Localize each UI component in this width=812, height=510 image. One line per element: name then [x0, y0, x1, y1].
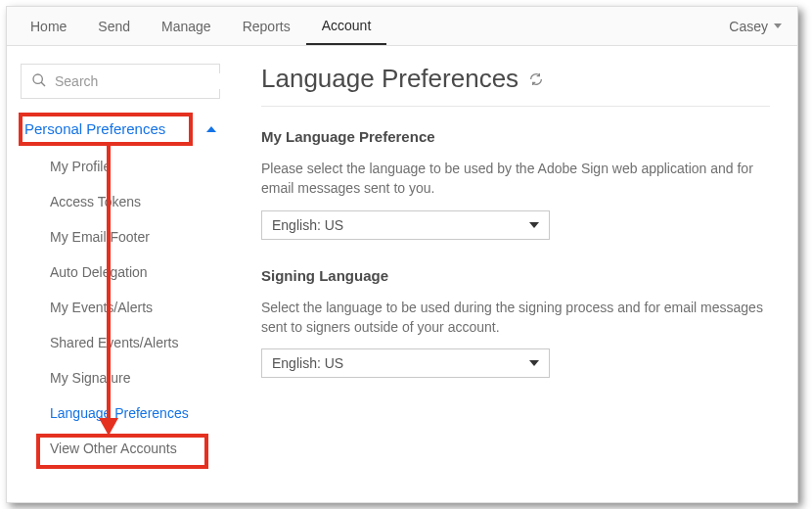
- sidebar-item-auto-delegation[interactable]: Auto Delegation: [15, 255, 226, 290]
- chevron-down-icon: [774, 23, 782, 28]
- page-title-row: Language Preferences: [261, 64, 770, 106]
- sidebar-item-label: My Email Footer: [50, 229, 150, 245]
- tab-manage[interactable]: Manage: [146, 7, 227, 45]
- tab-send[interactable]: Send: [82, 7, 146, 45]
- tab-label: Manage: [161, 19, 211, 34]
- sidebar-item-label: My Profile: [50, 159, 111, 174]
- section-heading: My Language Preference: [261, 128, 770, 145]
- chevron-down-icon: [529, 222, 539, 228]
- sidebar-item-shared-events-alerts[interactable]: Shared Events/Alerts: [15, 325, 226, 360]
- refresh-icon[interactable]: [528, 64, 544, 94]
- tab-label: Send: [98, 19, 130, 34]
- sidebar-item-access-tokens[interactable]: Access Tokens: [15, 184, 226, 219]
- section-signing-language: Signing Language Select the language to …: [261, 267, 770, 379]
- section-my-language-preference: My Language Preference Please select the…: [261, 128, 770, 240]
- svg-point-0: [33, 74, 42, 83]
- tab-reports[interactable]: Reports: [227, 7, 306, 45]
- sidebar-item-label: Access Tokens: [50, 194, 141, 209]
- tab-label: Account: [322, 18, 372, 33]
- sidebar-item-label: Language Preferences: [50, 405, 189, 421]
- app-window: Home Send Manage Reports Account Casey P…: [6, 6, 798, 503]
- user-menu[interactable]: Casey: [721, 19, 789, 34]
- sidebar: Personal Preferences My Profile Access T…: [7, 46, 234, 502]
- section-heading: Signing Language: [261, 267, 770, 284]
- sidebar-item-view-other-accounts[interactable]: View Other Accounts: [15, 431, 226, 466]
- my-language-select[interactable]: English: US: [261, 210, 550, 240]
- section-description: Select the language to be used during th…: [261, 298, 770, 338]
- chevron-down-icon: [529, 360, 539, 366]
- sidebar-item-my-signature[interactable]: My Signature: [15, 360, 226, 395]
- sidebar-section-personal-preferences[interactable]: Personal Preferences: [15, 115, 226, 143]
- tab-home[interactable]: Home: [15, 7, 82, 45]
- top-nav: Home Send Manage Reports Account Casey: [7, 7, 797, 46]
- sidebar-item-label: Auto Delegation: [50, 264, 148, 280]
- section-label: Personal Preferences: [24, 120, 165, 137]
- select-value: English: US: [272, 355, 343, 371]
- chevron-up-icon: [206, 126, 216, 132]
- tab-label: Home: [30, 19, 67, 34]
- tab-account[interactable]: Account: [306, 7, 387, 45]
- sidebar-item-label: My Events/Alerts: [50, 300, 153, 315]
- body: Personal Preferences My Profile Access T…: [7, 46, 797, 502]
- sidebar-item-language-preferences[interactable]: Language Preferences: [15, 395, 226, 431]
- select-value: English: US: [272, 217, 343, 233]
- search-icon: [31, 72, 47, 91]
- section-description: Please select the language to be used by…: [261, 159, 770, 199]
- user-name: Casey: [729, 19, 768, 34]
- sidebar-item-label: Shared Events/Alerts: [50, 335, 179, 350]
- svg-line-1: [41, 82, 45, 86]
- sidebar-item-my-profile[interactable]: My Profile: [15, 149, 226, 184]
- sidebar-item-my-events-alerts[interactable]: My Events/Alerts: [15, 290, 226, 325]
- divider: [261, 106, 770, 107]
- tab-label: Reports: [243, 19, 291, 34]
- page-title: Language Preferences: [261, 64, 519, 94]
- sidebar-items: My Profile Access Tokens My Email Footer…: [15, 149, 226, 466]
- sidebar-item-label: View Other Accounts: [50, 440, 177, 456]
- search-input[interactable]: [55, 73, 226, 89]
- signing-language-select[interactable]: English: US: [261, 348, 550, 378]
- sidebar-item-label: My Signature: [50, 370, 130, 386]
- sidebar-item-my-email-footer[interactable]: My Email Footer: [15, 219, 226, 255]
- main-content: Language Preferences My Language Prefere…: [234, 46, 797, 502]
- search-box[interactable]: [21, 64, 220, 99]
